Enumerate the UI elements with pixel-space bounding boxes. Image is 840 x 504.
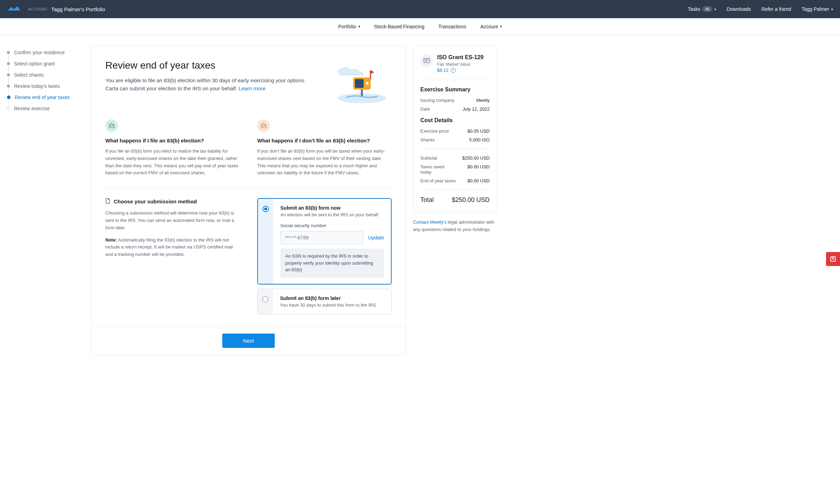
page-title: Review end of year taxes: [105, 60, 318, 71]
page-description: You are eligible to file an 83(b) electi…: [105, 77, 318, 92]
step-review-exercise[interactable]: Review exercise: [7, 106, 84, 117]
chevron-down-icon: ▾: [358, 24, 360, 28]
help-icon[interactable]: ?: [451, 68, 456, 73]
chevron-down-icon: ▾: [831, 7, 833, 11]
next-button[interactable]: Next: [222, 334, 275, 348]
nav-financing[interactable]: Stock-Based Financing: [374, 24, 425, 29]
submission-heading: Choose your submission method: [105, 198, 240, 205]
refer-link[interactable]: Refer a friend: [762, 6, 791, 12]
total-label: Total: [420, 196, 434, 204]
portfolio-name[interactable]: Tagg Palmer's Portfolio: [51, 6, 105, 12]
svg-rect-2: [355, 79, 364, 88]
nav-account[interactable]: Account ▾: [480, 24, 502, 29]
nav-portfolio[interactable]: Portfolio ▾: [338, 24, 360, 29]
learn-more-link[interactable]: Learn more: [239, 85, 266, 91]
mailbox-illustration: [329, 60, 392, 105]
step-shares[interactable]: Select shares: [7, 72, 84, 83]
chevron-down-icon: ▾: [714, 7, 716, 11]
radio-submit-now[interactable]: [262, 206, 269, 212]
certificate-icon: [420, 54, 433, 67]
svg-point-3: [366, 82, 369, 85]
main-card: Review end of year taxes You are eligibl…: [91, 46, 406, 355]
update-link[interactable]: Update: [368, 235, 384, 240]
envelope-open-icon: [105, 119, 118, 132]
nofile-83b-heading: What happens if I don't file an 83(b) el…: [257, 138, 392, 144]
file-83b-heading: What happens if I file an 83(b) election…: [105, 138, 240, 144]
option-submit-later[interactable]: Submit an 83(b) form later You have 30 d…: [257, 289, 392, 314]
fmv-label: Fair Market Value:: [437, 62, 484, 67]
envelope-open-icon: [257, 119, 270, 132]
svg-rect-6: [424, 58, 429, 63]
total-value: $250.00 USD: [452, 196, 490, 204]
ssn-note: An SSN is required by the IRS in order t…: [280, 248, 384, 278]
contact-text: Contact Meetly's legal administrator wit…: [413, 219, 497, 233]
document-icon: [105, 198, 110, 205]
ssn-label: Social security number: [280, 223, 384, 228]
divider: [105, 187, 392, 188]
exercise-summary-title: Exercise Summary: [420, 86, 490, 93]
fmv-value: $8.12 ?: [437, 68, 484, 73]
option-now-title: Submit an 83(b) form now: [280, 205, 384, 211]
feedback-button[interactable]: [826, 252, 840, 266]
account-label: ACCOUNT: [28, 7, 48, 11]
sidebar: ISO Grant ES-129 Fair Market Value: $8.1…: [413, 46, 497, 355]
step-eoy-taxes[interactable]: Review end of year taxes: [7, 94, 84, 106]
submission-note: Note: Automatically filing the 83(b) ele…: [105, 237, 240, 258]
user-menu[interactable]: Tagg Palmer ▾: [802, 6, 833, 12]
cost-details-title: Cost Details: [420, 117, 490, 124]
grant-title: ISO Grant ES-129: [437, 54, 484, 61]
option-later-sub: You have 30 days to submit this form to …: [280, 302, 384, 308]
step-today-taxes[interactable]: Review today's taxes: [7, 83, 84, 94]
top-header: ACCOUNT Tagg Palmer's Portfolio Tasks 45…: [0, 0, 840, 18]
option-submit-now[interactable]: Submit an 83(b) form now An election wil…: [257, 198, 392, 285]
stepper: Confirm your residence Select option gra…: [7, 46, 84, 355]
subnav: Portfolio ▾ Stock-Based Financing Transa…: [0, 18, 840, 35]
tasks-badge: 45: [702, 6, 712, 12]
step-residence[interactable]: Confirm your residence: [7, 50, 84, 61]
contact-link[interactable]: Contact Meetly's: [413, 219, 447, 225]
logo[interactable]: [7, 5, 21, 13]
option-later-title: Submit an 83(b) form later: [280, 295, 384, 301]
submission-text: Choosing a submission method will determ…: [105, 210, 240, 231]
file-83b-text: If you file an 83(b) form you elect to r…: [105, 148, 240, 177]
option-now-sub: An election will be sent to the IRS on y…: [280, 212, 384, 217]
footer-bar: Next: [91, 326, 406, 355]
ssn-input[interactable]: [280, 231, 363, 244]
radio-submit-later[interactable]: [262, 296, 268, 302]
nav-transactions[interactable]: Transactions: [439, 24, 467, 29]
tasks-link[interactable]: Tasks 45 ▾: [688, 6, 716, 12]
chevron-down-icon: ▾: [500, 24, 502, 28]
step-grant[interactable]: Select option grant: [7, 61, 84, 72]
svg-rect-5: [361, 90, 363, 97]
nofile-83b-text: If you don't file an 83(b) form you will…: [257, 148, 392, 177]
downloads-link[interactable]: Downloads: [727, 6, 751, 12]
svg-rect-4: [370, 70, 371, 79]
